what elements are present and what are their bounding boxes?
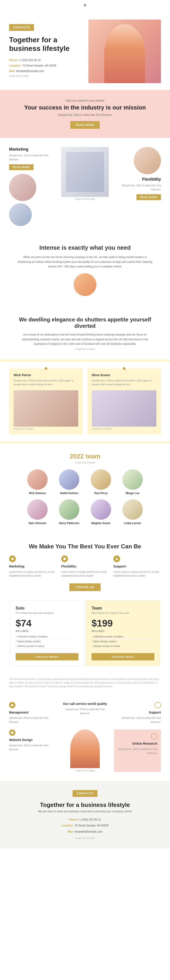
solo-includes-label: Includes: xyxy=(16,630,79,632)
mail-label: Mail: xyxy=(9,70,15,73)
marketing-read-more-button[interactable]: READ MORE xyxy=(9,164,33,170)
team-title: Team xyxy=(91,606,154,611)
footer-description: We are here to meet any business need an… xyxy=(9,810,161,813)
mission-read-more-button[interactable]: READ MORE xyxy=(70,121,100,129)
hero-image xyxy=(88,19,161,83)
management-title: Management xyxy=(9,711,56,714)
hero-content: CONTACTS Together for a business lifesty… xyxy=(9,19,84,77)
nick-image xyxy=(14,390,78,426)
best-flexibility-text: Lorem ipsum is simply dummy it is a long… xyxy=(61,570,109,578)
svg-marker-2 xyxy=(116,558,118,560)
team-includes-label: Includes: xyxy=(91,630,154,632)
best-marketing: Marketing: Lorem ipsum is simply dummy i… xyxy=(9,555,57,578)
avatar-nick-dawson xyxy=(27,469,47,490)
team-feature-2: Figma design system xyxy=(91,639,154,644)
best-support-text: Lorem ipsum is simply dummy it is a long… xyxy=(113,570,161,578)
team-feature-3: Lifetime access to future xyxy=(91,644,154,649)
support-text: Sample text. Click to select the Text El… xyxy=(114,716,161,724)
name-harry-patterson: Harry Patterson xyxy=(55,522,83,525)
disclaimer-text: The free trial is all set back. Consider… xyxy=(0,673,170,693)
hero-section: CONTACTS Together for a business lifesty… xyxy=(0,10,170,90)
svg-point-0 xyxy=(11,558,14,560)
team-member-8: Linda Larson xyxy=(119,499,146,525)
services-center-image xyxy=(70,729,100,768)
research-title: Online Research xyxy=(118,742,157,745)
nick-name: Nick Parse xyxy=(14,373,78,377)
team-member-1: Nick Dawson xyxy=(24,469,51,495)
flexibility-title: Flexibility xyxy=(113,177,161,182)
choose-us-button[interactable]: CHOOSE US xyxy=(69,583,101,591)
solo-price: $74 xyxy=(16,618,79,629)
footer-info: Phone:1 (330) 252 55 22 Location:75 Stre… xyxy=(9,817,161,835)
footer-mail-label: Mail: xyxy=(68,830,74,833)
best-columns: Marketing: Lorem ipsum is simply dummy i… xyxy=(9,555,161,578)
team-2022-section: 2022 team Image from Freepik Nick Dawson… xyxy=(0,444,170,534)
contacts-button[interactable]: CONTACTS xyxy=(9,24,34,31)
footer-img-from: Image from Freepik xyxy=(9,837,161,839)
service-center-image: Image from Freepik xyxy=(61,729,109,772)
features-section: Marketing Sample text. Click to select t… xyxy=(0,138,170,235)
solo-features: Unlimited number of editors Figma design… xyxy=(16,634,79,649)
elegance-paragraph: As a result of our philosophy to be the … xyxy=(17,332,153,346)
website-title: Website Design xyxy=(9,738,56,742)
nina-description: Sample text. Click to select the text bo… xyxy=(92,379,156,387)
research-text: Sample text. Click to select the Text El… xyxy=(118,747,157,755)
best-flexibility: Flexibility: Lorem ipsum is simply dummy… xyxy=(61,555,109,578)
solo-feature-1: Unlimited number of editors xyxy=(16,634,79,639)
marketing-text: Sample text. Click to select the Text El… xyxy=(9,154,57,162)
team-member-4: Margo Loo xyxy=(119,469,146,495)
nick-description: Sample text. Click to select the text bo… xyxy=(14,379,78,387)
research-icon xyxy=(151,733,157,740)
avatar-paul-perry xyxy=(91,469,111,490)
hero-title: Together for a business lifestyle xyxy=(9,35,84,53)
management-text: Sample text. Click to select the Text El… xyxy=(9,716,56,724)
call-service-text: Sample text. Click to select the Text El… xyxy=(61,707,109,715)
solo-subtitle: For freelancers and solo designers xyxy=(16,611,79,614)
flexibility-read-more-button[interactable]: READ MORE xyxy=(137,194,161,200)
solo-feature-3: Lifetime access to future xyxy=(16,644,79,649)
avatar-meghan-scavo xyxy=(91,499,111,520)
name-paul-perry: Paul Perry xyxy=(87,492,115,495)
services-img-from: Image from Freepik xyxy=(61,769,109,772)
flexibility-icon xyxy=(61,555,68,562)
hamburger-icon[interactable]: ≡ xyxy=(83,2,87,8)
best-support: Support: Lorem ipsum is simply dummy it … xyxy=(113,555,161,578)
intense-title: Intense is exactly what you need xyxy=(9,244,161,251)
avatar-sam-jhonson xyxy=(27,499,47,520)
footer-phone: 1 (330) 252 55 22 xyxy=(79,818,101,821)
best-support-title: Support: xyxy=(113,565,161,568)
features-img-from: Image from Freepik xyxy=(61,198,109,200)
team-cards-section: Nick Parse Sample text. Click to select … xyxy=(0,362,170,441)
pricing-section: Solo For freelancers and solo designers … xyxy=(0,600,170,673)
best-marketing-title: Marketing: xyxy=(9,565,57,568)
service-call-world: Our call service world quality Sample te… xyxy=(61,702,109,724)
solo-title: Solo xyxy=(16,606,79,611)
elegance-section: We dwelling elegance do shutters appetit… xyxy=(0,307,170,359)
best-flexibility-title: Flexibility: xyxy=(61,565,109,568)
hero-info: Phone:1 (233) 252 55 22 Location:75 Stre… xyxy=(9,57,84,74)
footer-section: CONTACTS Together for a business lifesty… xyxy=(0,781,170,848)
team-features: Unlimited number of editors Figma design… xyxy=(91,634,154,649)
team-member-7: Meghan Scavo xyxy=(87,499,115,525)
hero-img-from: Image from Freepik xyxy=(9,75,84,77)
team-member-2: Gabbi Hudson xyxy=(55,469,83,495)
team-purchase-button[interactable]: Purchase Modili xyxy=(91,653,154,660)
nav-bar: ≡ xyxy=(0,0,170,10)
best-title: We Make You The Best You Ever Can Be xyxy=(9,543,161,550)
svg-rect-4 xyxy=(11,732,13,734)
hero-phone: 1 (233) 252 55 22 xyxy=(19,59,41,62)
marketing-icon xyxy=(9,555,16,562)
team-price: $199 xyxy=(91,618,154,629)
location-label: Location: xyxy=(9,64,21,67)
svg-point-3 xyxy=(11,704,13,706)
management-icon xyxy=(9,702,16,708)
footer-mail: template@sample.com xyxy=(75,830,102,833)
support-outline-icon xyxy=(154,702,161,708)
footer-contacts-button[interactable]: CONTACTS xyxy=(72,790,98,797)
service-support: Support Sample text. Click to select the… xyxy=(114,702,161,724)
nick-img-from: Image from Freepik xyxy=(14,428,78,430)
support-title: Support xyxy=(114,711,161,714)
solo-purchase-button[interactable]: Purchase Modili xyxy=(16,653,79,660)
team-member-6: Harry Patterson xyxy=(55,499,83,525)
flexibility-feature: Flexibility Sample text. Click to select… xyxy=(113,147,161,200)
